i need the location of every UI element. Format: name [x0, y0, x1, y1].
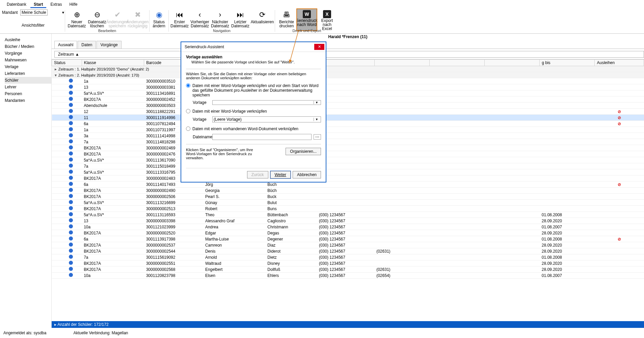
col-gbis[interactable]: g bis	[540, 60, 595, 66]
opt1-radio[interactable]	[186, 83, 190, 88]
table-row[interactable]: BK2017A3000000002506Pearl S.Buck	[52, 194, 644, 200]
tab-vorgaenge[interactable]: Vorgänge	[97, 41, 121, 49]
berichte-drucken-button[interactable]: 🖶Berichtedrucken	[276, 9, 297, 31]
table-row[interactable]: 6a3001113917398Martha-LuiseDegener(030) …	[52, 236, 644, 242]
table-row[interactable]: BK2017A3000000002568EngelbertDollfuß(030…	[52, 266, 644, 273]
menu-start[interactable]: Start	[30, 1, 46, 8]
table-row[interactable]: 10a3001120823798ElsenEhlers(030) 1234567…	[52, 273, 644, 279]
organisieren-button[interactable]: Organisieren...	[286, 148, 321, 155]
table-row[interactable]: 10a3001121023999AndreaChristmann(030) 12…	[52, 224, 644, 230]
table-row[interactable]: BK2017A3000000002537CamreonDiaz(030) 123…	[52, 242, 644, 248]
table-row[interactable]: BK2017A3000000002520EdgarDegas(030) 1234…	[52, 230, 644, 236]
word-icon: W	[303, 10, 311, 18]
letzter-datensatz-button[interactable]: ⏭LetzterDatensatz	[230, 9, 250, 28]
menu-bar: Datenbank Start Extras Hilfe	[0, 0, 644, 8]
table-row[interactable]: BK2017A3000000002513RobertBuns	[52, 206, 644, 212]
tab-auswahl[interactable]: Auswahl	[54, 41, 77, 49]
sidenav-item-personen[interactable]: Personen	[5, 90, 51, 97]
status-dot-icon	[69, 230, 73, 234]
ribbon: Mandant Meine Schule ▾ Ansichtsfilter ⊕N…	[0, 8, 644, 34]
col-status[interactable]: Status	[52, 60, 82, 66]
prev-icon: ‹	[195, 10, 205, 20]
vorlage1-label: Vorlage	[193, 100, 210, 105]
status-aendern-button[interactable]: ◉Statusändern	[150, 9, 168, 33]
browse-button[interactable]: ⋯	[314, 134, 321, 140]
table-row[interactable]: 5a*A.u.SV*3001113216699GünayBulut	[52, 200, 644, 206]
datensatz-loeschen-button[interactable]: ⊖Datensatzlöschen	[87, 9, 107, 28]
table-row[interactable]: 7a3001115018499TheklaBritz	[52, 163, 644, 169]
table-row[interactable]: BK2017A3000000002452Monika*Ehr	[52, 96, 644, 103]
status-dot-icon	[69, 176, 73, 180]
opt3-label: Daten mit einem vorhandenen Word-Dokumen…	[192, 126, 298, 131]
table-row[interactable]: 1a3001107311997Emma*Niel	[52, 127, 644, 133]
status-user: Angemeldet als: sysdba	[3, 331, 46, 335]
vorheriger-datensatz-button[interactable]: ‹VorherigerDatensatz	[190, 9, 210, 28]
sidenav-item-vorg-nge[interactable]: Vorgänge	[5, 50, 51, 57]
warn-icon: ⊘	[618, 115, 621, 120]
table-row[interactable]: Abendschule3000000003503Monika*Ehr	[52, 103, 644, 109]
close-button[interactable]: ✕	[314, 44, 324, 50]
table-row[interactable]: 5a*A.u.SV*3001113116593TheoBüttenbach(03…	[52, 212, 644, 218]
sidenav-item-mandanten[interactable]: Mandanten	[5, 97, 51, 104]
abbrechen-button[interactable]: Abbrechen	[293, 171, 321, 178]
table-row[interactable]: 1a3000000003510Elena**So	[52, 78, 644, 84]
sidenav-item-sch-ler[interactable]: Schüler	[5, 77, 51, 84]
table-row[interactable]: 3a3001111414998Elke*Ter	[52, 133, 644, 139]
table-row[interactable]: 123001118822291Mario*Elln⊘	[52, 109, 644, 115]
col-ausleihen[interactable]: Ausleihen	[595, 60, 644, 66]
mandant-select[interactable]: Meine Schule ▾	[20, 9, 48, 16]
sidenav-item-lehrer[interactable]: Lehrer	[5, 84, 51, 90]
table-row[interactable]: 133000000003398Alessandro GrafCagliostro…	[52, 218, 644, 224]
dateiname-label: Dateiname	[193, 135, 210, 139]
zeitraum-sort-button[interactable]: Zeitraum ▲	[54, 51, 644, 58]
naechster-datensatz-button[interactable]: ›NächsterDatensatz	[210, 9, 230, 28]
menu-datenbank[interactable]: Datenbank	[3, 1, 30, 8]
sidenav-item-mahnwesen[interactable]: Mahnwesen	[5, 57, 51, 63]
aktualisieren-button[interactable]: ⟳Aktualisieren	[250, 9, 274, 28]
neuer-datensatz-button[interactable]: ⊕NeuerDatensatz	[67, 9, 87, 28]
aenderungen-rueckgaengig-button[interactable]: ✖Änderungenrückgängig	[128, 9, 148, 28]
table-row[interactable]: 5a*A.u.SV*3001113316795SolveigBritzl	[52, 169, 644, 175]
erster-datensatz-button[interactable]: ⏮ErsterDatensatz	[169, 9, 190, 28]
sidenav-item-verlage[interactable]: Verlage	[5, 63, 51, 70]
table-row[interactable]: 5a*A.u.SV*3001113416891Karl*Dul	[52, 90, 644, 96]
table-row[interactable]: 7a3001114818298Wanda*Wü	[52, 139, 644, 145]
table-row[interactable]: BK2017A3000000002476ManuelAzan	[52, 151, 644, 157]
table-row[interactable]: 7a3001115619092ArnoldDietz(030) 12345670…	[52, 254, 644, 260]
tab-daten[interactable]: Daten	[78, 41, 96, 49]
vorlage2-combo[interactable]: (Leere Vorlage)▼	[212, 116, 321, 122]
weiter-button[interactable]: Weiter	[270, 171, 291, 178]
minus-circle-icon: ⊖	[92, 10, 102, 20]
group-row[interactable]: ▾ Zeitraum : 2. Halbjahr 2019/2020 (Anza…	[52, 72, 644, 78]
group-row[interactable]: ▸ Zeitraum : 1. Halbjahr 2019/2020 "Demo…	[52, 66, 644, 72]
menu-extras[interactable]: Extras	[47, 1, 65, 8]
vorlage1-combo[interactable]: ▼	[212, 100, 321, 105]
sidenav-item-lieferanten[interactable]: Lieferanten	[5, 70, 51, 77]
seriendruck-word-button[interactable]: WSeriendrucknach Word	[297, 9, 317, 31]
opt2-radio[interactable]	[186, 109, 190, 113]
warn-icon: ⊘	[618, 121, 621, 126]
table-row[interactable]: BK2017A3000000002544DenisDiderot(030) 12…	[52, 248, 644, 254]
table-row[interactable]: 113000111914996Harald*Fre⊘	[52, 115, 644, 121]
table-row[interactable]: 5a*A.u.SV*3001113617090AndreaBlum	[52, 157, 644, 163]
sidenav-item-b-cher-medien[interactable]: Bücher / Medien	[5, 43, 51, 50]
table-row[interactable]: BK2017A3000000002483FilippoBrun	[52, 175, 644, 181]
opt3-radio[interactable]	[186, 126, 190, 131]
status-dot-icon	[69, 261, 73, 265]
table-row[interactable]: BK2017A3000000002469FraukeArp	[52, 145, 644, 151]
aenderungen-speichern-button[interactable]: ✔Änderungenspeichern	[107, 9, 128, 28]
col-klasse[interactable]: Klasse	[82, 60, 144, 66]
table-row[interactable]: BK2017A3000000002551WaltraudDisney(030) …	[52, 260, 644, 266]
table-row[interactable]: 6a3001107812494Luise*Got⊘	[52, 121, 644, 127]
table-wrap[interactable]: Status Klasse Barcode Vorname Nach… g bi…	[52, 59, 644, 321]
status-dot-icon	[69, 158, 73, 162]
menu-hilfe[interactable]: Hilfe	[66, 1, 81, 8]
status-dot-icon	[69, 164, 73, 168]
dateiname-input[interactable]	[212, 134, 312, 140]
status-bar: Angemeldet als: sysdba Aktuelle Verbindu…	[0, 328, 644, 338]
table-row[interactable]: 6a3001114017493JörgBuch⊘	[52, 181, 644, 188]
export-excel-button[interactable]: XExportnach Excel	[317, 9, 337, 31]
sidenav-item-ausleihe[interactable]: Ausleihe	[5, 36, 51, 43]
table-row[interactable]: BK2017A3000000002490GeorgiaBüch	[52, 188, 644, 194]
table-row[interactable]: 133000000003381Ludwig*Bör	[52, 84, 644, 90]
